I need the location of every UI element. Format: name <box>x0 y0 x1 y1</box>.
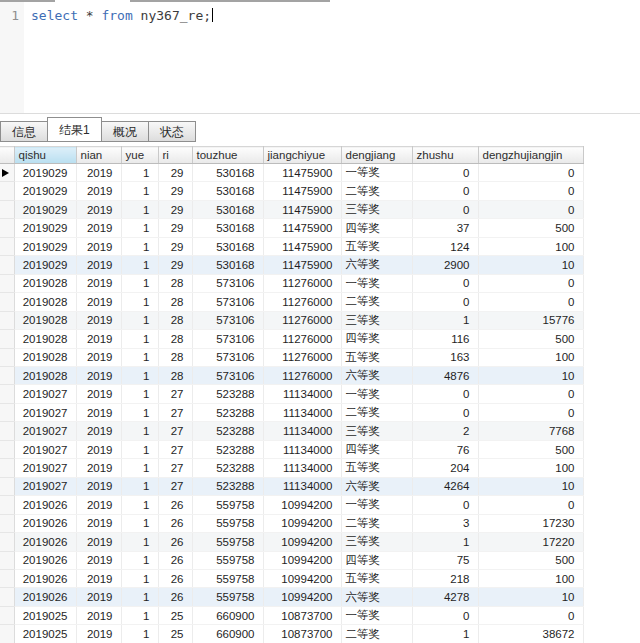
cell-dengzhujiangjin[interactable]: 10 <box>478 366 583 384</box>
cell-qishu[interactable]: 2019026 <box>14 533 76 551</box>
cell-dengzhujiangjin[interactable]: 0 <box>478 606 583 624</box>
cell-nian[interactable]: 2019 <box>76 514 121 532</box>
row-marker-cell[interactable] <box>0 459 14 477</box>
row-marker-cell[interactable] <box>0 182 14 200</box>
cell-zhushu[interactable]: 0 <box>412 496 478 514</box>
cell-dengzhujiangjin[interactable]: 0 <box>478 385 583 403</box>
cell-nian[interactable]: 2019 <box>76 569 121 587</box>
cell-zhushu[interactable]: 218 <box>412 569 478 587</box>
cell-dengzhujiangjin[interactable]: 100 <box>478 569 583 587</box>
cell-ri[interactable]: 29 <box>158 219 192 237</box>
cell-dengjiang[interactable]: 四等奖 <box>341 551 412 569</box>
cell-ri[interactable]: 27 <box>158 459 192 477</box>
cell-yue[interactable]: 1 <box>121 514 158 532</box>
cell-touzhue[interactable]: 573106 <box>192 348 263 366</box>
column-header-jiangchiyue[interactable]: jiangchiyue <box>263 147 341 164</box>
cell-touzhue[interactable]: 523288 <box>192 459 263 477</box>
row-marker-cell[interactable] <box>0 274 14 292</box>
cell-nian[interactable]: 2019 <box>76 403 121 421</box>
cell-ri[interactable]: 27 <box>158 477 192 495</box>
cell-ri[interactable]: 28 <box>158 366 192 384</box>
cell-ri[interactable]: 26 <box>158 533 192 551</box>
sql-query-text[interactable]: select * from ny367_re; <box>24 2 213 113</box>
cell-qishu[interactable]: 2019028 <box>14 293 76 311</box>
cell-dengjiang[interactable]: 一等奖 <box>341 496 412 514</box>
cell-jiangchiyue[interactable]: 11475900 <box>263 182 341 200</box>
cell-yue[interactable]: 1 <box>121 551 158 569</box>
cell-yue[interactable]: 1 <box>121 311 158 329</box>
cell-touzhue[interactable]: 660900 <box>192 606 263 624</box>
cell-ri[interactable]: 25 <box>158 625 192 643</box>
row-marker-cell[interactable] <box>0 403 14 421</box>
cell-nian[interactable]: 2019 <box>76 219 121 237</box>
cell-dengjiang[interactable]: 六等奖 <box>341 477 412 495</box>
cell-ri[interactable]: 26 <box>158 514 192 532</box>
cell-ri[interactable]: 26 <box>158 551 192 569</box>
cell-ri[interactable]: 29 <box>158 256 192 274</box>
row-marker-cell[interactable] <box>0 496 14 514</box>
cell-jiangchiyue[interactable]: 11475900 <box>263 200 341 218</box>
cell-dengzhujiangjin[interactable]: 10 <box>478 588 583 606</box>
cell-dengzhujiangjin[interactable]: 0 <box>478 403 583 421</box>
cell-jiangchiyue[interactable]: 10994200 <box>263 588 341 606</box>
cell-yue[interactable]: 1 <box>121 496 158 514</box>
cell-dengzhujiangjin[interactable]: 500 <box>478 330 583 348</box>
row-marker-cell[interactable] <box>0 625 14 643</box>
cell-jiangchiyue[interactable]: 11276000 <box>263 366 341 384</box>
cell-dengjiang[interactable]: 五等奖 <box>341 348 412 366</box>
cell-nian[interactable]: 2019 <box>76 164 121 182</box>
cell-dengzhujiangjin[interactable]: 0 <box>478 293 583 311</box>
cell-dengzhujiangjin[interactable]: 7768 <box>478 422 583 440</box>
cell-nian[interactable]: 2019 <box>76 459 121 477</box>
cell-qishu[interactable]: 2019027 <box>14 440 76 458</box>
cell-qishu[interactable]: 2019029 <box>14 237 76 255</box>
cell-dengzhujiangjin[interactable]: 0 <box>478 182 583 200</box>
cell-nian[interactable]: 2019 <box>76 330 121 348</box>
cell-nian[interactable]: 2019 <box>76 348 121 366</box>
cell-ri[interactable]: 28 <box>158 348 192 366</box>
cell-jiangchiyue[interactable]: 11276000 <box>263 311 341 329</box>
cell-dengzhujiangjin[interactable]: 500 <box>478 551 583 569</box>
tab-xinxi[interactable]: 信息 <box>0 121 47 142</box>
cell-touzhue[interactable]: 573106 <box>192 293 263 311</box>
cell-dengzhujiangjin[interactable]: 0 <box>478 200 583 218</box>
cell-dengzhujiangjin[interactable]: 38672 <box>478 625 583 643</box>
cell-dengjiang[interactable]: 二等奖 <box>341 403 412 421</box>
cell-jiangchiyue[interactable]: 11134000 <box>263 403 341 421</box>
cell-qishu[interactable]: 2019026 <box>14 569 76 587</box>
row-marker-cell[interactable] <box>0 588 14 606</box>
column-header-dengjiang[interactable]: dengjiang <box>341 147 412 164</box>
cell-jiangchiyue[interactable]: 11134000 <box>263 422 341 440</box>
cell-dengzhujiangjin[interactable]: 0 <box>478 496 583 514</box>
cell-jiangchiyue[interactable]: 11276000 <box>263 330 341 348</box>
cell-jiangchiyue[interactable]: 11276000 <box>263 293 341 311</box>
cell-nian[interactable]: 2019 <box>76 256 121 274</box>
cell-yue[interactable]: 1 <box>121 533 158 551</box>
cell-ri[interactable]: 26 <box>158 496 192 514</box>
cell-qishu[interactable]: 2019029 <box>14 182 76 200</box>
cell-touzhue[interactable]: 559758 <box>192 551 263 569</box>
cell-touzhue[interactable]: 559758 <box>192 569 263 587</box>
cell-jiangchiyue[interactable]: 10994200 <box>263 569 341 587</box>
cell-yue[interactable]: 1 <box>121 348 158 366</box>
tab-gaikuang[interactable]: 概况 <box>101 121 148 142</box>
cell-dengzhujiangjin[interactable]: 100 <box>478 348 583 366</box>
column-header-dengzhujiangjin[interactable]: dengzhujiangjin <box>478 147 583 164</box>
cell-dengjiang[interactable]: 一等奖 <box>341 164 412 182</box>
cell-yue[interactable]: 1 <box>121 256 158 274</box>
cell-nian[interactable]: 2019 <box>76 477 121 495</box>
cell-dengjiang[interactable]: 五等奖 <box>341 459 412 477</box>
cell-ri[interactable]: 27 <box>158 403 192 421</box>
cell-yue[interactable]: 1 <box>121 366 158 384</box>
cell-touzhue[interactable]: 530168 <box>192 164 263 182</box>
cell-zhushu[interactable]: 0 <box>412 200 478 218</box>
cell-touzhue[interactable]: 530168 <box>192 200 263 218</box>
cell-yue[interactable]: 1 <box>121 330 158 348</box>
cell-nian[interactable]: 2019 <box>76 440 121 458</box>
cell-nian[interactable]: 2019 <box>76 311 121 329</box>
cell-ri[interactable]: 29 <box>158 200 192 218</box>
cell-ri[interactable]: 29 <box>158 182 192 200</box>
cell-ri[interactable]: 26 <box>158 569 192 587</box>
cell-dengzhujiangjin[interactable]: 0 <box>478 274 583 292</box>
cell-nian[interactable]: 2019 <box>76 237 121 255</box>
